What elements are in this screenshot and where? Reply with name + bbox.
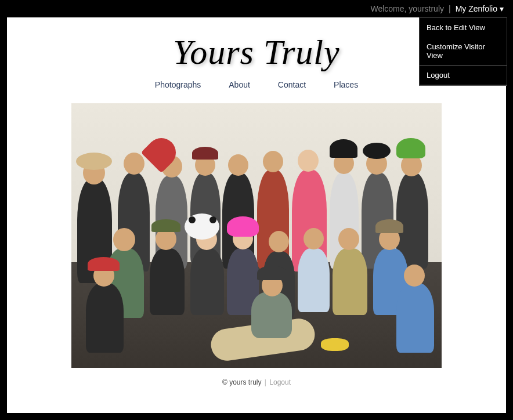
footer: © yours truly | Logout [222, 378, 291, 386]
dropdown-logout[interactable]: Logout [420, 66, 507, 85]
nav-places[interactable]: Places [334, 80, 358, 89]
footer-logout[interactable]: Logout [269, 378, 291, 386]
nav-photographs[interactable]: Photographs [155, 80, 201, 89]
site-title: Yours Truly [173, 35, 339, 70]
nav-contact[interactable]: Contact [278, 80, 306, 89]
dropdown-customize-visitor[interactable]: Customize Visitor View [420, 37, 507, 65]
my-zenfolio-label: My Zenfolio [456, 4, 497, 13]
main-photograph [71, 103, 442, 368]
main-nav: Photographs About Contact Places [155, 80, 358, 89]
welcome-text: Welcome, yourstruly [370, 4, 444, 13]
footer-copyright: © yours truly [222, 378, 262, 386]
topbar-separator: | [449, 4, 451, 13]
zenfolio-dropdown: Back to Edit View Customize Visitor View… [419, 17, 507, 86]
footer-separator: | [265, 378, 266, 386]
top-bar: Welcome, yourstruly | My Zenfolio ▾ [0, 0, 513, 17]
my-zenfolio-menu[interactable]: My Zenfolio ▾ [456, 4, 504, 13]
chevron-down-icon: ▾ [500, 4, 504, 13]
nav-about[interactable]: About [229, 80, 250, 89]
dropdown-back-to-edit[interactable]: Back to Edit View [420, 18, 507, 37]
